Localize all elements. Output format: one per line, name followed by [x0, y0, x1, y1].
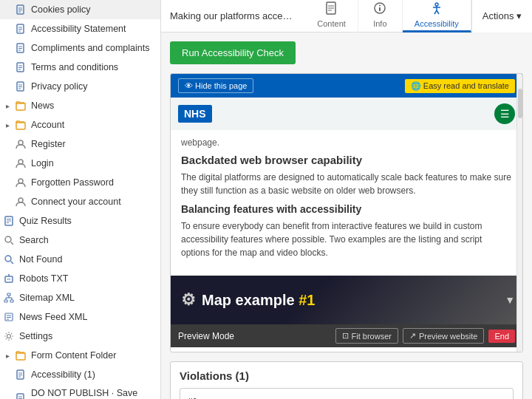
- svg-point-20: [18, 140, 23, 145]
- preview-website-button[interactable]: ↗ Preview website: [403, 328, 484, 344]
- expand-icon-news[interactable]: ▸: [3, 101, 12, 110]
- svg-point-28: [5, 236, 11, 242]
- sidebar-item-label-connect-account: Connect your account: [31, 197, 121, 207]
- nhs-menu-button[interactable]: ☰: [494, 103, 515, 124]
- page-icon: [15, 81, 27, 92]
- map-example-header: ⚙ Map example #1 ▼: [171, 276, 522, 324]
- sidebar-item-settings[interactable]: Settings: [0, 327, 160, 346]
- sidebar-item-robots-txt[interactable]: Robots TXT: [0, 269, 160, 288]
- topbar: Making our platforms accessible ContentI…: [161, 0, 532, 33]
- sidebar-item-label-sitemap-xml: Sitemap XML: [19, 293, 75, 303]
- svg-rect-38: [4, 300, 7, 302]
- sidebar-item-quiz-results[interactable]: Quiz Results: [0, 211, 160, 231]
- search-icon: [3, 234, 15, 246]
- svg-point-22: [18, 179, 23, 183]
- svg-point-21: [18, 160, 23, 164]
- sidebar-item-label-register: Register: [31, 139, 66, 149]
- run-accessibility-check-button[interactable]: Run Accessibility Check: [170, 41, 296, 64]
- expand-icon[interactable]: ▼: [505, 294, 515, 306]
- sidebar-item-label-robots-txt: Robots TXT: [19, 273, 68, 284]
- svg-rect-37: [7, 293, 10, 296]
- map-example: ⚙ Map example #1 ▼ Preview Mode ⊡ Fit br…: [171, 276, 522, 347]
- folder-icon: [15, 100, 27, 112]
- preview-scrollbar-thumb: [518, 89, 522, 118]
- sidebar-item-label-do-not-publish-1: DO NOT PUBLISH · Save page: [31, 388, 154, 399]
- page-icon: [15, 369, 27, 381]
- sidebar-item-accessibility-1[interactable]: Accessibility (1): [0, 365, 160, 384]
- quiz-icon: [3, 215, 15, 227]
- section1-heading: Backdated web browser capability: [181, 154, 512, 166]
- tab-info[interactable]: Info: [358, 0, 403, 33]
- gear-icon: ⚙: [181, 290, 196, 310]
- sidebar-item-label-accessibility-statement: Accessibility Statement: [31, 24, 126, 34]
- sidebar-item-forgotten-password[interactable]: Forgotten Password: [0, 173, 160, 192]
- sidebar-item-not-found[interactable]: Not Found: [0, 250, 160, 269]
- sidebar-item-sitemap-xml[interactable]: Sitemap XML: [0, 288, 160, 307]
- folder-icon: [15, 349, 27, 361]
- sidebar-item-label-privacy-policy: Privacy policy: [31, 81, 87, 92]
- sidebar-item-label-form-content-folder: Form Content Folder: [31, 350, 116, 361]
- page-icon: [15, 392, 27, 399]
- content-area: Run Accessibility Check 👁 Hide this page…: [161, 33, 532, 399]
- preview-scrollbar[interactable]: [516, 74, 522, 352]
- user-icon: [15, 177, 27, 188]
- folder-icon: [15, 119, 27, 131]
- svg-point-23: [18, 198, 23, 202]
- sidebar-item-do-not-publish-1[interactable]: DO NOT PUBLISH · Save page: [0, 384, 160, 399]
- sidebar-item-form-content-folder[interactable]: ▸Form Content Folder: [0, 346, 160, 365]
- newsfeed-icon: [3, 311, 15, 323]
- sidebar-item-account[interactable]: ▸Account: [0, 115, 160, 134]
- svg-point-36: [8, 274, 10, 276]
- preview-frame: 👁 Hide this page 🌐 Easy read and transla…: [170, 73, 523, 352]
- section2-heading: Balancing features with accessibility: [181, 203, 512, 215]
- sidebar-item-register[interactable]: Register: [0, 134, 160, 154]
- sidebar-item-cookies-policy[interactable]: Cookies policy: [0, 0, 160, 19]
- sidebar-item-news[interactable]: ▸News: [0, 96, 160, 115]
- tab-info-label: Info: [373, 19, 386, 28]
- sidebar-item-label-search: Search: [19, 235, 49, 245]
- end-button[interactable]: End: [488, 330, 515, 343]
- tab-content[interactable]: Content: [305, 0, 358, 33]
- sidebar-item-news-feed-xml[interactable]: News Feed XML: [0, 307, 160, 327]
- preview-topbar-left: 👁 Hide this page: [178, 78, 253, 93]
- tab-accessibility-label: Accessibility: [415, 19, 459, 28]
- violation-num: #1: [188, 395, 505, 399]
- fit-browser-button[interactable]: ⊡ Fit browser: [335, 328, 398, 344]
- map-example-label: Map example #1: [202, 292, 315, 309]
- sidebar-item-privacy-policy[interactable]: Privacy policy: [0, 77, 160, 96]
- sidebar-item-compliments-complaints[interactable]: Compliments and complaints: [0, 38, 160, 58]
- sidebar-item-label-login: Login: [31, 158, 54, 168]
- preview-mode-label: Preview Mode: [178, 331, 331, 341]
- actions-button[interactable]: Actions ▾: [471, 0, 532, 33]
- notfound-icon: [3, 253, 15, 265]
- sidebar-item-terms-conditions[interactable]: Terms and conditions: [0, 58, 160, 77]
- sidebar-item-search[interactable]: Search: [0, 231, 160, 250]
- user-icon: [15, 138, 27, 150]
- violations-heading: Violations (1): [180, 369, 514, 382]
- sidebar-item-connect-account[interactable]: Connect your account: [0, 192, 160, 211]
- expand-icon-form-content-folder[interactable]: ▸: [3, 351, 12, 360]
- easy-read-button[interactable]: 🌐 Easy read and translate: [405, 79, 515, 93]
- preview-website-label: Preview website: [419, 332, 477, 341]
- sidebar-item-label-terms-conditions: Terms and conditions: [31, 62, 118, 72]
- svg-rect-32: [5, 276, 13, 282]
- sidebar-item-label-accessibility-1: Accessibility (1): [31, 369, 95, 380]
- sidebar-item-label-news: News: [31, 100, 54, 111]
- tab-info-icon: [373, 1, 386, 18]
- page-title: Making our platforms accessible: [161, 10, 305, 21]
- expand-icon-account[interactable]: ▸: [3, 120, 12, 129]
- hide-page-button[interactable]: 👁 Hide this page: [178, 78, 253, 93]
- page-icon: [15, 61, 27, 73]
- tab-content-label: Content: [317, 19, 346, 28]
- sidebar-item-label-not-found: Not Found: [19, 254, 62, 265]
- tab-content-icon: [325, 1, 338, 18]
- preview-topbar: 👁 Hide this page 🌐 Easy read and transla…: [171, 74, 522, 98]
- violations-section: Violations (1) #1 ID: heading-order Impa…: [170, 361, 523, 399]
- tab-accessibility[interactable]: Accessibility: [403, 0, 471, 33]
- svg-line-79: [434, 10, 437, 14]
- sidebar-item-login[interactable]: Login: [0, 154, 160, 173]
- tab-accessibility-icon: [430, 1, 443, 18]
- svg-rect-34: [10, 279, 11, 280]
- sidebar-item-accessibility-statement[interactable]: Accessibility Statement: [0, 19, 160, 38]
- section2-text: To ensure everybody can benefit from int…: [181, 219, 512, 259]
